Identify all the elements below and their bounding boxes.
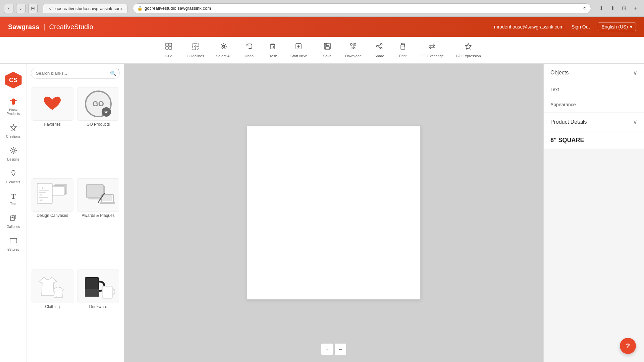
download-browser-btn[interactable]: ⬇ xyxy=(596,4,606,13)
svg-rect-0 xyxy=(166,43,168,46)
sidebar-item-creations[interactable]: Creations xyxy=(0,120,26,142)
sidebar-item-designs[interactable]: Designs xyxy=(0,142,26,165)
blank-product-clothing[interactable]: Clothing xyxy=(31,269,74,358)
help-button[interactable]: ? xyxy=(620,338,636,354)
designs-icon xyxy=(9,146,17,156)
product-details-section: Product Details ∨ 8" SQUARE xyxy=(544,113,644,149)
awards-plaques-thumbnail xyxy=(77,178,119,212)
svg-rect-36 xyxy=(10,238,17,243)
share-browser-btn[interactable]: ⬆ xyxy=(608,4,617,13)
product-details-header[interactable]: Product Details ∨ xyxy=(544,113,644,131)
toolbar-start-new[interactable]: Start New xyxy=(284,40,313,61)
sidebar-text-label: Text xyxy=(10,202,16,206)
appearance-item[interactable]: Appearance xyxy=(544,97,644,112)
canvas-frame[interactable] xyxy=(247,126,421,300)
toolbar-grid[interactable]: Grid xyxy=(157,40,180,61)
svg-point-33 xyxy=(11,148,16,153)
sidebar-estores-label: eStores xyxy=(7,248,19,251)
select-all-label: Select All xyxy=(216,54,231,58)
header-right: mrodenhouse@sawgrassink.com Sign Out Eng… xyxy=(494,22,636,31)
toolbar: Grid Guidelines Select All xyxy=(0,37,644,64)
awards-plaques-label: Awards & Plaques xyxy=(82,213,115,218)
sidebar-item-estores[interactable]: eStores xyxy=(0,233,26,255)
reload-button[interactable]: ↻ xyxy=(583,6,587,11)
sidebar-item-galleries[interactable]: Galleries xyxy=(0,210,26,233)
drinkware-label: Drinkware xyxy=(89,304,107,309)
right-panel: Objects ∨ Text Appearance Product Detail… xyxy=(543,64,644,362)
blank-product-awards-plaques[interactable]: Awards & Plaques xyxy=(77,178,120,267)
galleries-icon xyxy=(9,214,17,224)
panel-search: 🔍 xyxy=(27,64,124,83)
svg-marker-31 xyxy=(10,124,16,131)
share-icon xyxy=(376,43,383,52)
sidebar-designs-label: Designs xyxy=(7,158,19,161)
text-label: Text xyxy=(550,87,559,92)
toolbar-select-all[interactable]: Select All xyxy=(210,40,237,61)
search-input[interactable] xyxy=(31,68,120,79)
grid-icon xyxy=(165,43,172,52)
svg-rect-21 xyxy=(354,44,356,45)
svg-rect-53 xyxy=(100,202,115,204)
lock-icon: 🔒 xyxy=(137,6,143,11)
sidebar-item-blank-products[interactable]: Blank Products xyxy=(0,94,26,120)
svg-rect-3 xyxy=(169,47,172,49)
zoom-out-button[interactable]: − xyxy=(334,343,346,355)
toolbar-share[interactable]: Share xyxy=(368,40,391,61)
blank-product-go-products[interactable]: GO ★ GO Products xyxy=(77,87,120,176)
sidebar-item-elements[interactable]: Elements xyxy=(0,165,26,188)
expand-browser-btn[interactable]: ⊡ xyxy=(619,4,629,13)
toolbar-save[interactable]: Save xyxy=(316,40,339,61)
guidelines-label: Guidelines xyxy=(186,54,204,58)
product-size: 8" SQUARE xyxy=(544,131,644,149)
blank-product-design-canvases[interactable]: Letter A4 A4 · · · Design Canvases xyxy=(31,178,74,267)
sign-out-button[interactable]: Sign Out xyxy=(572,24,590,29)
select-all-icon xyxy=(220,43,227,52)
objects-header[interactable]: Objects ∨ xyxy=(544,64,644,82)
forward-button[interactable]: › xyxy=(16,4,25,13)
add-tab-btn[interactable]: + xyxy=(631,4,640,13)
search-icon[interactable]: 🔍 xyxy=(110,70,116,76)
toolbar-go-expression[interactable]: GO Expression xyxy=(450,40,487,61)
print-icon xyxy=(399,43,407,52)
trash-icon xyxy=(269,43,276,52)
svg-point-35 xyxy=(12,217,13,218)
svg-rect-51 xyxy=(87,184,103,198)
panel-grid: Favorites GO ★ GO Products xyxy=(27,83,124,362)
svg-rect-41 xyxy=(39,190,49,191)
clothing-label: Clothing xyxy=(45,304,60,309)
text-item[interactable]: Text xyxy=(544,82,644,97)
toolbar-go-exchange[interactable]: GO Exchange xyxy=(415,40,450,61)
trash-label: Trash xyxy=(268,54,277,58)
toolbar-guidelines[interactable]: Guidelines xyxy=(180,40,210,61)
zoom-in-button[interactable]: + xyxy=(321,343,333,355)
browser-actions: ⬇ ⬆ ⊡ + xyxy=(596,4,640,13)
sidebar-galleries-label: Galleries xyxy=(7,225,20,229)
sidebar-toggle-button[interactable]: ⊟ xyxy=(28,4,38,13)
toolbar-separator xyxy=(314,44,314,57)
sidebar-item-text[interactable]: T Text xyxy=(0,188,26,210)
blank-product-favorites[interactable]: Favorites xyxy=(31,87,74,176)
svg-rect-1 xyxy=(169,43,172,46)
blank-products-icon xyxy=(9,98,17,107)
tab-icon: 🛡 xyxy=(49,6,53,11)
brand-studio: CreativeStudio xyxy=(49,23,93,31)
start-new-label: Start New xyxy=(290,54,307,58)
address-bar[interactable]: 🔒 gocreativestudio.sawgrassink.com ↻ xyxy=(133,3,591,13)
toolbar-trash[interactable]: Trash xyxy=(261,40,284,61)
svg-point-29 xyxy=(404,46,405,46)
cs-logo[interactable]: CS xyxy=(5,72,22,88)
go-products-label: GO Products xyxy=(87,122,110,127)
toolbar-print[interactable]: Print xyxy=(391,40,415,61)
toolbar-undo[interactable]: Undo xyxy=(237,40,261,61)
brand-sawgrass: Sawgrass xyxy=(8,23,39,31)
browser-tab[interactable]: 🛡 gocreativestudio.sawgrassink.com xyxy=(43,4,127,13)
language-selector[interactable]: English (US) ▾ xyxy=(598,22,636,31)
url-text: gocreativestudio.sawgrassink.com xyxy=(145,6,211,11)
language-label: English (US) xyxy=(601,24,628,29)
back-button[interactable]: ‹ xyxy=(4,4,13,13)
svg-rect-17 xyxy=(326,43,329,46)
svg-rect-42 xyxy=(39,192,46,193)
blank-product-drinkware[interactable]: Drinkware xyxy=(77,269,120,358)
grid-label: Grid xyxy=(165,54,172,58)
toolbar-download[interactable]: Download xyxy=(339,40,368,61)
